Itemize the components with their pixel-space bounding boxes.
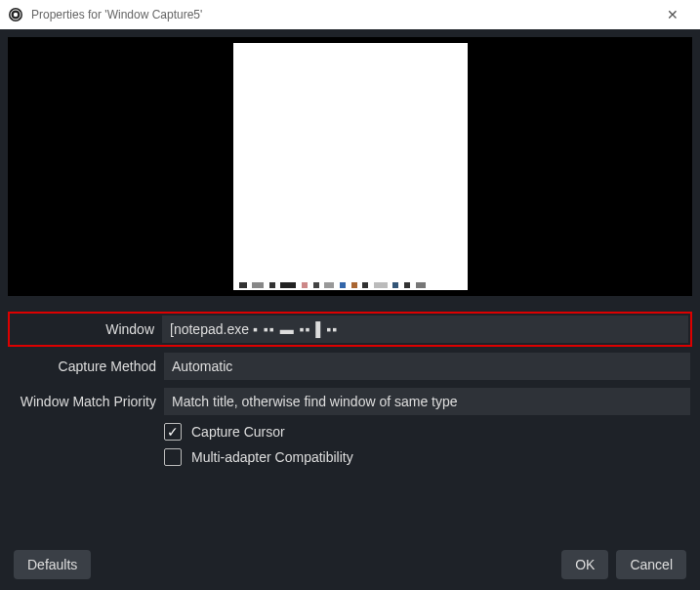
capture-cursor-label: Capture Cursor [191,424,285,440]
defaults-button[interactable]: Defaults [14,550,91,579]
svg-point-2 [14,13,18,17]
properties-dialog: Properties for 'Window Capture5' ✕ [0,0,700,590]
capture-method-label: Capture Method [10,358,156,374]
capture-method-value: Automatic [172,358,232,374]
preview-taskbar-strip [239,276,462,286]
titlebar: Properties for 'Window Capture5' ✕ [0,0,700,29]
capture-method-select[interactable]: Automatic [164,353,690,380]
window-label: Window [10,321,154,337]
multi-adapter-row: Multi-adapter Compatibility [10,448,690,466]
window-select[interactable]: [notepad.exe ▪ ▪▪ ▬ ▪▪ ▌▪▪ [162,316,688,343]
capture-cursor-row: Capture Cursor [10,423,690,441]
close-icon[interactable]: ✕ [653,7,692,22]
multi-adapter-checkbox[interactable] [164,448,182,466]
form-area: Window [notepad.exe ▪ ▪▪ ▬ ▪▪ ▌▪▪ Captur… [0,304,700,466]
window-title: Properties for 'Window Capture5' [31,8,653,21]
ok-button[interactable]: OK [561,550,608,579]
cancel-button[interactable]: Cancel [616,550,686,579]
window-row-highlighted: Window [notepad.exe ▪ ▪▪ ▬ ▪▪ ▌▪▪ [8,312,692,347]
match-priority-row: Window Match Priority Match title, other… [10,388,690,415]
dialog-body: Window [notepad.exe ▪ ▪▪ ▬ ▪▪ ▌▪▪ Captur… [0,29,700,539]
obs-app-icon [8,7,23,22]
window-select-value: [notepad.exe [170,321,249,337]
capture-method-row: Capture Method Automatic [10,353,690,380]
preview-area [8,37,692,296]
capture-cursor-checkbox[interactable] [164,423,182,441]
match-priority-label: Window Match Priority [10,394,156,409]
window-select-obscured: ▪ ▪▪ ▬ ▪▪ ▌▪▪ [253,321,338,337]
multi-adapter-label: Multi-adapter Compatibility [191,449,353,465]
footer: Defaults OK Cancel [0,539,700,590]
capture-preview [233,43,468,290]
match-priority-value: Match title, otherwise find window of sa… [172,394,458,409]
match-priority-select[interactable]: Match title, otherwise find window of sa… [164,388,690,415]
